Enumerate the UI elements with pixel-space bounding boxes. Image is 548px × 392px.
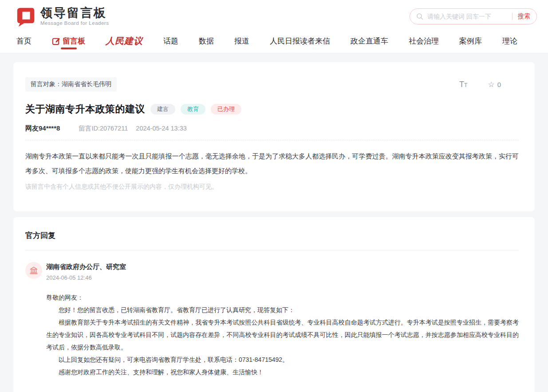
message-body: 湖南专升本政策一直以来都只能考一次且只能填报一个志愿，毫无选择余地，于是为了求稳… [25, 149, 519, 178]
dashed-separator [25, 140, 519, 140]
search-icon [416, 13, 423, 20]
domain-tag: 教育 [181, 104, 205, 115]
nav-item-message-board[interactable]: 留言板 [52, 29, 85, 53]
main-navigation: 首页 留言板 人民建议 话题 数据 报道 人民日报读者来信 政企直通车 社会治理… [0, 29, 548, 53]
reply-content: 湖南省政府办公厅、研究室 2024-06-05 12:46 尊敬的网友： 您好！… [46, 262, 519, 378]
star-icon: ☆ [488, 81, 494, 88]
nav-item-data[interactable]: 数据 [199, 29, 214, 53]
search-divider [512, 13, 513, 20]
reply-paragraph: 您好！您的留言收悉，已转湖南省教育厅。省教育厅已进行了认真研究，现答复如下： [46, 304, 519, 316]
message-datetime: 2024-05-24 13:33 [136, 125, 187, 132]
header-top-bar: 领导留言板 Message Board for Leaders 搜索 [0, 0, 548, 29]
privacy-note: 该留言中含有个人信息或其他不便公开展示的内容，仅办理机构可见。 [25, 183, 519, 191]
message-id: 留言ID:20767211 [79, 124, 128, 133]
nav-item-case-library[interactable]: 案例库 [459, 29, 482, 53]
reply-paragraph: 以上回复如您还有疑问，可来电咨询省教育厅学生处，联系电话：0731-847154… [46, 353, 519, 366]
status-tag: 已办理 [211, 104, 241, 115]
official-reply-card: 官方回复 湖南省政府办公厅、研究室 2024-06-05 12:46 尊敬的网友… [13, 217, 535, 392]
message-target-badge: 留言对象：湖南省省长毛伟明 [25, 77, 117, 91]
nav-item-label: 留言板 [63, 36, 85, 46]
reply-paragraph: 根据教育部关于专升本考试招生的有关文件精神，我省专升本考试按照公共科目省级统考、… [46, 316, 519, 353]
reply-paragraph: 感谢您对政府工作的关注、支持和理解，祝您和家人身体健康、生活愉快！ [46, 366, 519, 378]
government-building-icon [29, 266, 38, 275]
nav-item-social-governance[interactable]: 社会治理 [409, 29, 439, 53]
category-tag: 建言 [150, 104, 175, 115]
nav-item-peoples-suggestions[interactable]: 人民建议 [106, 29, 143, 53]
site-title: 领导留言板 [40, 7, 109, 20]
reply-text: 尊敬的网友： 您好！您的留言收悉，已转湖南省教育厅。省教育厅已进行了认真研究，现… [46, 291, 519, 378]
nav-item-theory[interactable]: 理论 [502, 29, 517, 53]
nav-item-reader-letters[interactable]: 人民日报读者来信 [270, 29, 330, 53]
author-name: 网友94****8 [25, 124, 60, 133]
main-content: 留言对象：湖南省省长毛伟明 TT ☆ 0 关于湖南专升本政策的建议 建言 教育 … [0, 53, 548, 392]
compose-pen-icon [52, 37, 60, 45]
nav-item-gov-business-express[interactable]: 政企直通车 [351, 29, 388, 53]
government-avatar [25, 262, 42, 279]
reply-section-title: 官方回复 [25, 229, 519, 250]
message-bubble-logo-icon [16, 6, 36, 27]
nav-item-reports[interactable]: 报道 [234, 29, 249, 53]
message-meta-row: 网友94****8 留言ID:20767211 2024-05-24 13:33 [25, 124, 519, 133]
font-size-toggle-icon[interactable]: TT [459, 80, 467, 88]
message-card: 留言对象：湖南省省长毛伟明 TT ☆ 0 关于湖南专升本政策的建议 建言 教育 … [13, 62, 535, 211]
reply-department: 湖南省政府办公厅、研究室 [46, 263, 519, 271]
page-header: 领导留言板 Message Board for Leaders 搜索 首页 留言… [0, 0, 548, 53]
search-button[interactable]: 搜索 [518, 12, 530, 20]
site-subtitle: Message Board for Leaders [40, 20, 109, 26]
reply-datetime: 2024-06-05 12:46 [46, 274, 519, 281]
message-tools: TT ☆ 0 [459, 80, 501, 88]
reply-item: 湖南省政府办公厅、研究室 2024-06-05 12:46 尊敬的网友： 您好！… [25, 262, 519, 378]
site-logo[interactable]: 领导留言板 Message Board for Leaders [16, 6, 109, 27]
nav-item-topics[interactable]: 话题 [163, 29, 178, 53]
favorite-count: 0 [497, 81, 501, 88]
nav-item-home[interactable]: 首页 [16, 29, 32, 53]
message-title: 关于湖南专升本政策的建议 [25, 103, 145, 116]
search-input[interactable] [427, 13, 512, 20]
logo-text: 领导留言板 Message Board for Leaders [40, 7, 109, 26]
favorite-button[interactable]: ☆ 0 [488, 81, 501, 88]
reply-paragraph: 尊敬的网友： [46, 291, 519, 304]
message-title-row: 关于湖南专升本政策的建议 建言 教育 已办理 [25, 103, 519, 116]
message-top-row: 留言对象：湖南省省长毛伟明 TT ☆ 0 [25, 77, 519, 91]
search-box[interactable]: 搜索 [410, 8, 537, 24]
